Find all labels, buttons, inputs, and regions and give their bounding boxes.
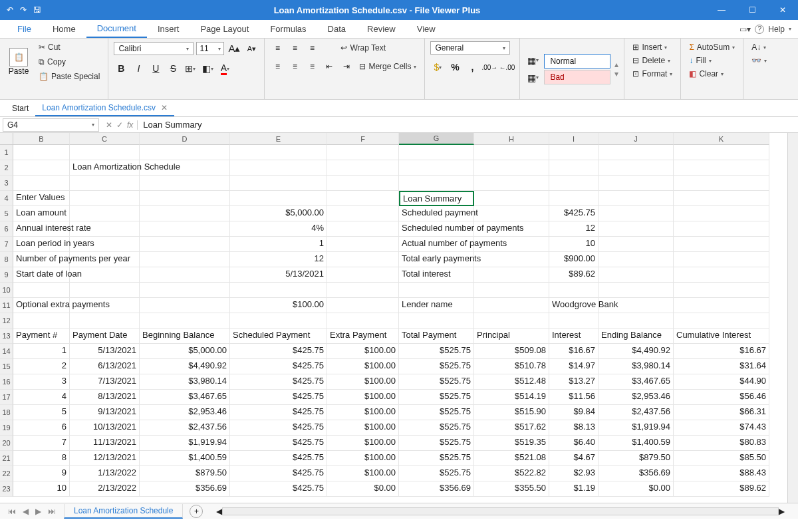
copy-button[interactable]: ⧉Copy (36, 56, 102, 68)
cell[interactable]: $425.75 (230, 374, 327, 390)
cell[interactable]: $517.62 (474, 420, 549, 436)
cell[interactable]: $879.50 (140, 466, 230, 481)
column-header-K[interactable]: K (674, 133, 769, 145)
cell[interactable]: 4% (230, 221, 327, 237)
cell[interactable]: $3,980.14 (598, 359, 674, 374)
cell[interactable]: $900.00 (549, 252, 598, 267)
cell[interactable]: $85.50 (674, 451, 769, 466)
cell[interactable] (327, 313, 399, 329)
cell[interactable]: 12 (230, 252, 327, 267)
column-header-D[interactable]: D (140, 133, 230, 145)
cell[interactable]: $879.50 (598, 451, 674, 466)
cell[interactable]: $3,980.14 (140, 374, 230, 390)
clear-button[interactable]: ◧Clear▾ (686, 68, 737, 80)
close-tab-icon[interactable]: ✕ (161, 103, 168, 112)
cell[interactable]: 10/13/2021 (70, 420, 140, 436)
cell[interactable] (598, 283, 674, 298)
cell[interactable]: $56.46 (674, 390, 769, 405)
align-left-icon[interactable]: ≡ (270, 60, 285, 73)
underline-button[interactable]: U (148, 61, 163, 76)
cell[interactable]: $425.75 (230, 405, 327, 420)
cell[interactable]: Lender name (399, 298, 474, 313)
cell[interactable]: $2,437.56 (598, 405, 674, 420)
row-header[interactable]: 9 (0, 267, 13, 283)
cell[interactable] (230, 160, 327, 176)
cell[interactable]: 4 (13, 390, 70, 405)
cell[interactable] (70, 237, 140, 252)
row-header[interactable]: 12 (0, 313, 13, 329)
sort-filter-button[interactable]: A↓▾ (749, 41, 769, 53)
cell[interactable]: $525.75 (399, 390, 474, 405)
cell[interactable]: Loan Amortization Schedule (70, 160, 140, 176)
insert-cells-button[interactable]: ⊞Insert▾ (630, 41, 675, 53)
cell[interactable]: $11.56 (549, 390, 598, 405)
cell[interactable]: Optional extra payments (13, 298, 70, 313)
cell[interactable]: $425.75 (230, 466, 327, 481)
border-button[interactable]: ⊞▾ (183, 61, 198, 76)
column-header-J[interactable]: J (598, 133, 674, 145)
paste-button[interactable]: 📋 Paste (5, 41, 32, 82)
cell[interactable] (140, 237, 230, 252)
column-header-E[interactable]: E (230, 133, 327, 145)
cell[interactable]: 1/13/2022 (70, 466, 140, 481)
fill-color-button[interactable]: ◧▾ (200, 61, 215, 76)
row-header[interactable]: 21 (0, 451, 13, 466)
cell[interactable]: $100.00 (230, 298, 327, 313)
increase-decimal-button[interactable]: .00→ (482, 60, 497, 74)
close-button[interactable]: ✕ (767, 0, 798, 20)
row-header[interactable]: 14 (0, 344, 13, 359)
cell[interactable]: $3,467.65 (598, 374, 674, 390)
cell[interactable]: $510.78 (474, 359, 549, 374)
row-header[interactable]: 17 (0, 390, 13, 405)
cell[interactable] (674, 145, 769, 160)
cell[interactable] (474, 160, 549, 176)
cell[interactable]: Start date of loan (13, 267, 70, 283)
cell-reference-box[interactable]: G4▾ (3, 118, 99, 132)
cell[interactable] (674, 176, 769, 191)
cell[interactable] (674, 191, 769, 206)
cell[interactable] (549, 191, 598, 206)
bold-button[interactable]: B (114, 61, 128, 76)
fill-button[interactable]: ↓Fill▾ (686, 55, 737, 66)
cell[interactable]: Loan period in years (13, 237, 70, 252)
cell[interactable] (549, 313, 598, 329)
row-header[interactable]: 4 (0, 191, 13, 206)
cell[interactable] (230, 145, 327, 160)
cell[interactable] (70, 252, 140, 267)
maximize-button[interactable]: ☐ (737, 0, 767, 20)
cell[interactable]: $14.97 (549, 359, 598, 374)
cell[interactable]: Scheduled number of payments (399, 221, 474, 237)
wrap-text-button[interactable]: ↩Wrap Text (338, 42, 388, 54)
menu-formulas[interactable]: Formulas (259, 21, 317, 37)
cell[interactable]: $0.00 (327, 481, 399, 497)
cell[interactable]: $425.75 (230, 481, 327, 497)
cell[interactable] (598, 160, 674, 176)
menu-document[interactable]: Document (86, 20, 147, 38)
cell[interactable] (327, 206, 399, 221)
cell[interactable]: $1,400.59 (598, 436, 674, 451)
format-table-button[interactable]: ▦▾ (525, 70, 540, 85)
cell[interactable] (327, 191, 399, 206)
increase-indent-icon[interactable]: ⇥ (339, 60, 354, 73)
cell[interactable] (598, 237, 674, 252)
cell[interactable]: $89.62 (549, 267, 598, 283)
cell[interactable]: $100.00 (327, 405, 399, 420)
menu-help[interactable]: Help (768, 25, 785, 34)
cell[interactable]: Scheduled Payment (230, 329, 327, 344)
column-header-I[interactable]: I (549, 133, 598, 145)
menu-view[interactable]: View (406, 21, 446, 37)
cell[interactable] (140, 313, 230, 329)
cell[interactable]: $74.43 (674, 420, 769, 436)
sheet-nav-prev-icon[interactable]: ◀ (23, 507, 29, 516)
cell[interactable]: Woodgrove Bank (549, 298, 598, 313)
cell[interactable]: $521.08 (474, 451, 549, 466)
cell[interactable]: $525.75 (399, 436, 474, 451)
find-button[interactable]: 👓▾ (749, 55, 769, 66)
column-header-H[interactable]: H (474, 133, 549, 145)
cell[interactable]: $1.19 (549, 481, 598, 497)
cut-button[interactable]: ✂Cut (36, 41, 102, 53)
cell[interactable] (674, 283, 769, 298)
fx-icon[interactable]: fx (127, 120, 133, 130)
menu-data[interactable]: Data (317, 21, 356, 37)
row-header[interactable]: 11 (0, 298, 13, 313)
